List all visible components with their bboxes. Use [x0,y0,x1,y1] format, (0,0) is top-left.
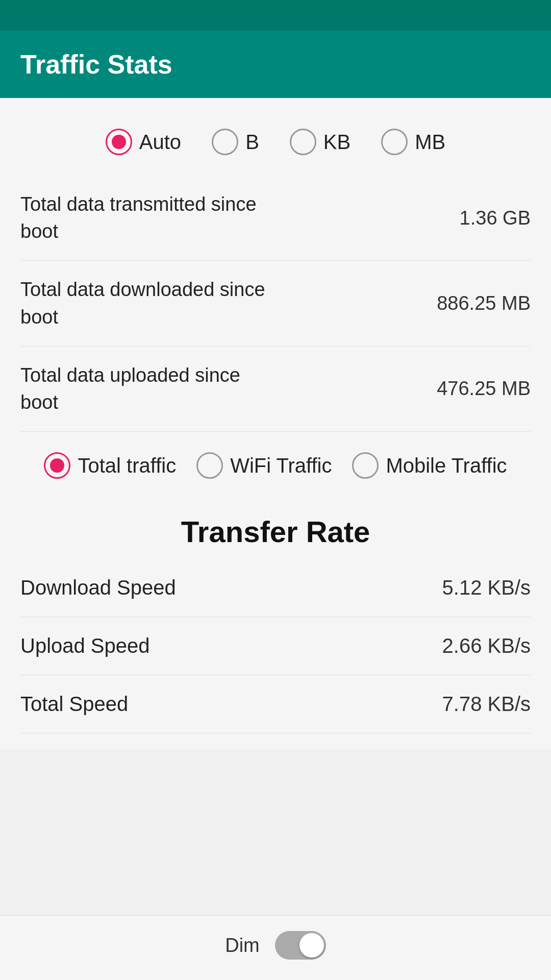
main-content: Auto B KB MB Total data transmitted sinc… [0,98,551,749]
traffic-radio-wifi[interactable] [196,452,223,479]
stat-label-transmitted: Total data transmitted since boot [20,191,276,245]
unit-radio-b[interactable] [212,129,238,155]
unit-label-mb: MB [415,131,445,154]
toolbar-title: Traffic Stats [20,50,172,79]
stat-value-downloaded: 886.25 MB [437,292,531,314]
stats-section: Total data transmitted since boot 1.36 G… [0,176,551,432]
traffic-radio-mobile[interactable] [352,452,379,479]
unit-option-kb[interactable]: KB [290,129,350,155]
stat-value-uploaded: 476.25 MB [437,378,531,400]
traffic-option-wifi[interactable]: WiFi Traffic [196,452,332,479]
traffic-option-total[interactable]: Total traffic [44,452,176,479]
unit-label-kb: KB [323,131,350,154]
stat-label-downloaded: Total data downloaded since boot [20,276,276,330]
traffic-option-mobile[interactable]: Mobile Traffic [352,452,507,479]
unit-option-mb[interactable]: MB [381,129,445,155]
toolbar: Traffic Stats [0,31,551,98]
toggle-knob [299,933,324,958]
unit-label-auto: Auto [139,131,181,154]
traffic-selector: Total traffic WiFi Traffic Mobile Traffi… [0,432,551,499]
speed-value-download: 5.12 KB/s [442,576,531,599]
traffic-label-wifi: WiFi Traffic [230,454,332,477]
unit-radio-kb[interactable] [290,129,316,155]
stat-row-transmitted: Total data transmitted since boot 1.36 G… [20,176,531,261]
speed-value-upload: 2.66 KB/s [442,634,531,657]
status-bar [0,0,551,31]
traffic-radio-total[interactable] [44,452,70,479]
speed-rows: Download Speed 5.12 KB/s Upload Speed 2.… [0,559,551,733]
speed-label-upload: Upload Speed [20,634,150,657]
stat-value-transmitted: 1.36 GB [460,207,531,229]
transfer-rate-heading: Transfer Rate [0,499,551,559]
unit-radio-auto[interactable] [106,129,132,155]
dim-label: Dim [225,935,260,957]
unit-selector: Auto B KB MB [0,113,551,176]
speed-label-total: Total Speed [20,693,128,716]
speed-value-total: 7.78 KB/s [442,693,531,716]
unit-radio-mb[interactable] [381,129,408,155]
unit-option-auto[interactable]: Auto [106,129,181,155]
unit-label-b: B [245,131,259,154]
bottom-bar: Dim [0,915,551,980]
speed-row-upload: Upload Speed 2.66 KB/s [20,617,531,675]
traffic-label-total: Total traffic [78,454,176,477]
speed-row-total: Total Speed 7.78 KB/s [20,675,531,733]
speed-row-download: Download Speed 5.12 KB/s [20,559,531,617]
traffic-label-mobile: Mobile Traffic [386,454,507,477]
stat-row-uploaded: Total data uploaded since boot 476.25 MB [20,347,531,432]
unit-option-b[interactable]: B [212,129,259,155]
dim-toggle[interactable] [275,931,326,960]
speed-label-download: Download Speed [20,576,176,599]
stat-label-uploaded: Total data uploaded since boot [20,362,276,416]
stat-row-downloaded: Total data downloaded since boot 886.25 … [20,261,531,346]
